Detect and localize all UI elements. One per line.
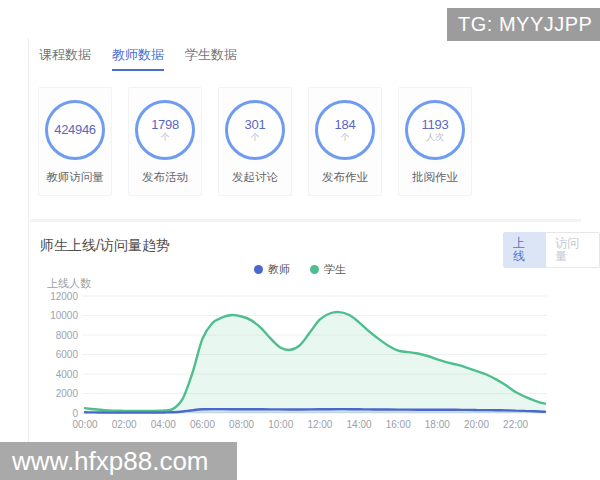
x-tick-label: 22:00 bbox=[503, 419, 528, 430]
legend-item-teacher[interactable]: 教师 bbox=[254, 262, 290, 277]
y-tick-label: 12000 bbox=[50, 291, 78, 302]
y-tick-label: 6000 bbox=[56, 349, 79, 360]
stat-circle: 184 个 bbox=[315, 100, 375, 160]
tab-course-data[interactable]: 课程数据 bbox=[39, 46, 91, 71]
x-tick-label: 20:00 bbox=[464, 419, 489, 430]
stat-unit: 个 bbox=[341, 132, 350, 142]
section-divider bbox=[30, 219, 581, 222]
stat-value: 184 bbox=[335, 118, 356, 132]
stat-circle: 424946 bbox=[45, 100, 105, 160]
legend-label-teacher: 教师 bbox=[268, 262, 290, 277]
trend-chart: 02000400060008000100001200000:0002:0004:… bbox=[30, 288, 595, 440]
student-legend-dot bbox=[310, 265, 319, 274]
x-tick-label: 16:00 bbox=[386, 419, 411, 430]
x-tick-label: 00:00 bbox=[72, 419, 97, 430]
panel-left-border bbox=[28, 38, 29, 446]
tab-student-data[interactable]: 学生数据 bbox=[185, 46, 237, 71]
stat-unit: 个 bbox=[161, 132, 170, 142]
stat-value: 1798 bbox=[151, 118, 179, 132]
y-tick-label: 2000 bbox=[56, 388, 79, 399]
x-tick-label: 02:00 bbox=[112, 419, 137, 430]
stat-label: 发布作业 bbox=[309, 170, 381, 185]
stat-unit: 人次 bbox=[426, 132, 444, 142]
data-tabs: 课程数据 教师数据 学生数据 bbox=[39, 46, 237, 71]
y-tick-label: 8000 bbox=[56, 330, 79, 341]
watermark-top-right: TG: MYYJJPP bbox=[447, 8, 600, 41]
stat-card-assignments-graded: 1193 人次 批阅作业 bbox=[398, 87, 472, 196]
y-tick-label: 4000 bbox=[56, 369, 79, 380]
stat-card-published-activities: 1798 个 发布活动 bbox=[128, 87, 202, 196]
stat-circle: 1798 个 bbox=[135, 100, 195, 160]
trend-section-title: 师生上线/访问量趋势 bbox=[40, 237, 170, 255]
x-tick-label: 14:00 bbox=[347, 419, 372, 430]
stat-unit: 个 bbox=[251, 132, 260, 142]
stat-card-discussions-started: 301 个 发起讨论 bbox=[218, 87, 292, 196]
stat-card-assignments-published: 184 个 发布作业 bbox=[308, 87, 382, 196]
x-tick-label: 18:00 bbox=[425, 419, 450, 430]
watermark-bottom-left: www.hfxp88.com bbox=[0, 442, 237, 480]
stat-label: 发起讨论 bbox=[219, 170, 291, 185]
x-tick-label: 06:00 bbox=[190, 419, 215, 430]
y-tick-label: 10000 bbox=[50, 310, 78, 321]
stat-card-teacher-visits: 424946 教师访问量 bbox=[38, 87, 112, 196]
chart-legend: 教师 学生 bbox=[0, 262, 600, 277]
stat-circle: 301 个 bbox=[225, 100, 285, 160]
stat-label: 发布活动 bbox=[129, 170, 201, 185]
stat-value: 1193 bbox=[422, 118, 449, 132]
x-tick-label: 10:00 bbox=[268, 419, 293, 430]
x-tick-label: 04:00 bbox=[151, 419, 176, 430]
stat-label: 教师访问量 bbox=[39, 170, 111, 185]
stat-label: 批阅作业 bbox=[399, 170, 471, 185]
stat-circle: 1193 人次 bbox=[405, 100, 465, 160]
y-tick-label: 0 bbox=[72, 408, 78, 419]
x-tick-label: 08:00 bbox=[229, 419, 254, 430]
stat-value: 301 bbox=[245, 118, 266, 132]
legend-item-student[interactable]: 学生 bbox=[310, 262, 346, 277]
stat-cards: 424946 教师访问量 1798 个 发布活动 301 个 发起讨论 184 … bbox=[38, 87, 472, 196]
legend-label-student: 学生 bbox=[324, 262, 346, 277]
tab-teacher-data[interactable]: 教师数据 bbox=[112, 46, 164, 71]
x-tick-label: 12:00 bbox=[307, 419, 332, 430]
teacher-legend-dot bbox=[254, 265, 263, 274]
stat-value: 424946 bbox=[54, 123, 96, 137]
